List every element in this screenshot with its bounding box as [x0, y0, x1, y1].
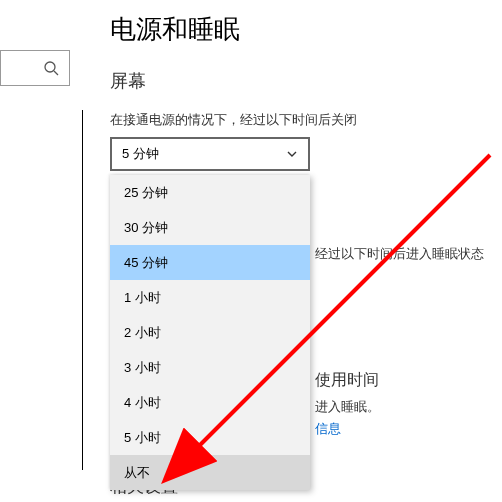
- left-sidebar: [0, 0, 85, 502]
- dropdown-item[interactable]: 45 分钟: [110, 245, 310, 280]
- sleep-label-fragment: 经过以下时间后进入睡眠状态: [315, 245, 484, 263]
- dropdown-item[interactable]: 从不: [110, 455, 310, 490]
- usage-time-sub: 进入睡眠。: [315, 398, 380, 416]
- chevron-down-icon: [286, 148, 298, 160]
- screen-off-value: 5 分钟: [122, 145, 159, 163]
- screen-off-label: 在接通电源的情况下，经过以下时间后关闭: [110, 111, 498, 129]
- svg-point-0: [45, 62, 55, 72]
- usage-time-link[interactable]: 信息: [315, 420, 341, 438]
- page-title: 电源和睡眠: [110, 12, 498, 47]
- search-box[interactable]: [0, 50, 70, 86]
- section-screen-title: 屏幕: [110, 69, 498, 93]
- dropdown-item[interactable]: 5 小时: [110, 420, 310, 455]
- dropdown-item[interactable]: 30 分钟: [110, 210, 310, 245]
- usage-time-title: 使用时间: [315, 370, 379, 391]
- screen-off-select[interactable]: 5 分钟: [110, 137, 310, 171]
- svg-line-1: [54, 71, 58, 75]
- search-icon: [43, 60, 59, 76]
- main-content: 电源和睡眠 屏幕 在接通电源的情况下，经过以下时间后关闭 5 分钟: [110, 12, 498, 171]
- dropdown-item[interactable]: 4 小时: [110, 385, 310, 420]
- sidebar-divider: [82, 110, 83, 470]
- dropdown-item[interactable]: 1 小时: [110, 280, 310, 315]
- dropdown-item[interactable]: 2 小时: [110, 315, 310, 350]
- screen-off-dropdown[interactable]: 25 分钟30 分钟45 分钟1 小时2 小时3 小时4 小时5 小时从不: [110, 175, 310, 490]
- dropdown-item[interactable]: 3 小时: [110, 350, 310, 385]
- dropdown-item[interactable]: 25 分钟: [110, 175, 310, 210]
